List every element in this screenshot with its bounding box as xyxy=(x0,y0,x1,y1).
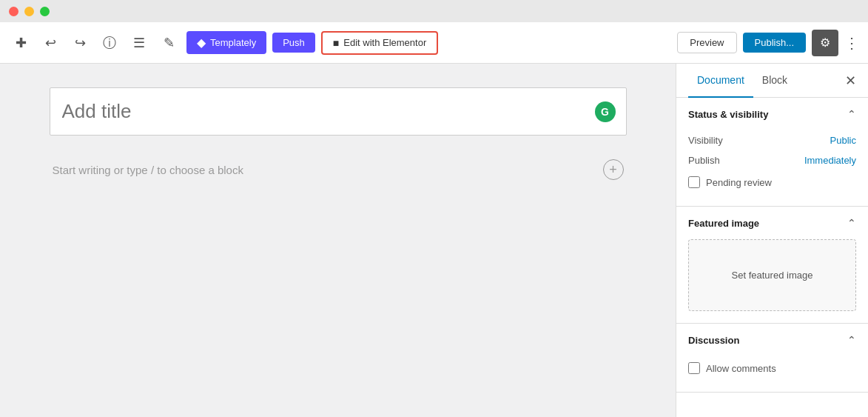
preview-button[interactable]: Preview xyxy=(677,32,736,53)
discussion-title: Discussion xyxy=(688,335,739,346)
content-area: Start writing or type / to choose a bloc… xyxy=(50,150,627,189)
list-view-button[interactable]: ☰ xyxy=(127,31,151,55)
tab-block[interactable]: Block xyxy=(753,64,796,98)
pen-button[interactable]: ✎ xyxy=(157,31,181,55)
chevron-up-icon-discussion: ⌃ xyxy=(847,334,856,346)
preview-label: Preview xyxy=(690,37,724,48)
templately-icon: ◆ xyxy=(197,36,206,50)
pen-icon: ✎ xyxy=(164,35,175,51)
plus-icon: ✚ xyxy=(16,35,27,51)
title-input[interactable] xyxy=(62,100,591,123)
push-button[interactable]: Push xyxy=(272,33,315,53)
chevron-up-icon-featured: ⌃ xyxy=(847,217,856,229)
pending-review-label: Pending review xyxy=(706,177,772,188)
publish-label: Publish... xyxy=(755,37,794,48)
status-visibility-header[interactable]: Status & visibility ⌃ xyxy=(676,98,868,130)
toolbar: ✚ ↩ ↪ ⓘ ☰ ✎ ◆ Templately Push ■ Edit wit… xyxy=(0,22,868,64)
grammarly-icon: G xyxy=(595,101,616,122)
featured-image-content: Set featured image xyxy=(676,239,868,323)
publish-row-label: Publish xyxy=(688,155,720,166)
more-icon: ⋮ xyxy=(844,35,859,51)
info-icon: ⓘ xyxy=(103,34,116,52)
add-block-button[interactable]: + xyxy=(603,159,624,180)
undo-icon: ↩ xyxy=(45,35,56,51)
edit-with-elementor-button[interactable]: ■ Edit with Elementor xyxy=(321,31,438,55)
pending-review-checkbox[interactable] xyxy=(688,176,700,188)
templately-button[interactable]: ◆ Templately xyxy=(186,31,266,54)
allow-comments-label: Allow comments xyxy=(706,363,776,374)
plus-circle-icon: + xyxy=(609,162,617,178)
publish-button[interactable]: Publish... xyxy=(743,33,806,53)
titlebar xyxy=(0,0,868,22)
elementor-icon: ■ xyxy=(333,37,339,49)
featured-image-section: Featured image ⌃ Set featured image xyxy=(676,207,868,324)
pending-review-row: Pending review xyxy=(688,170,856,194)
sidebar: Document Block ✕ Status & visibility ⌃ V… xyxy=(676,64,868,417)
tab-document[interactable]: Document xyxy=(688,64,753,98)
info-button[interactable]: ⓘ xyxy=(98,31,121,55)
status-visibility-title: Status & visibility xyxy=(688,109,768,120)
visibility-label: Visibility xyxy=(688,135,723,146)
add-block-toolbar-button[interactable]: ✚ xyxy=(9,31,33,55)
status-visibility-content: Visibility Public Publish Immediately Pe… xyxy=(676,130,868,206)
featured-image-header[interactable]: Featured image ⌃ xyxy=(676,207,868,239)
editor-area: G Start writing or type / to choose a bl… xyxy=(0,64,676,417)
publish-row-value[interactable]: Immediately xyxy=(804,155,856,166)
set-featured-image-label: Set featured image xyxy=(732,270,813,281)
undo-button[interactable]: ↩ xyxy=(38,31,62,55)
sidebar-tabs: Document Block ✕ xyxy=(676,64,868,98)
allow-comments-row: Allow comments xyxy=(688,356,856,380)
title-input-wrapper: G xyxy=(50,87,627,136)
chevron-up-icon: ⌃ xyxy=(847,108,856,120)
templately-label: Templately xyxy=(210,37,256,48)
redo-button[interactable]: ↪ xyxy=(68,31,92,55)
push-label: Push xyxy=(283,37,305,48)
discussion-content: Allow comments xyxy=(676,356,868,392)
set-featured-image-button[interactable]: Set featured image xyxy=(688,239,856,311)
publish-row: Publish Immediately xyxy=(688,150,856,170)
main-layout: G Start writing or type / to choose a bl… xyxy=(0,64,868,417)
close-dot[interactable] xyxy=(9,7,18,16)
maximize-dot[interactable] xyxy=(40,7,50,16)
more-options-button[interactable]: ⋮ xyxy=(844,34,859,52)
status-visibility-section: Status & visibility ⌃ Visibility Public … xyxy=(676,98,868,207)
list-icon: ☰ xyxy=(133,35,145,51)
settings-button[interactable]: ⚙ xyxy=(812,30,838,56)
redo-icon: ↪ xyxy=(75,35,86,51)
sidebar-close-button[interactable]: ✕ xyxy=(845,73,856,89)
featured-image-title: Featured image xyxy=(688,218,759,229)
discussion-header[interactable]: Discussion ⌃ xyxy=(676,324,868,356)
content-placeholder-text: Start writing or type / to choose a bloc… xyxy=(53,164,243,176)
gear-icon: ⚙ xyxy=(820,36,830,50)
elementor-label: Edit with Elementor xyxy=(343,37,426,48)
discussion-section: Discussion ⌃ Allow comments xyxy=(676,324,868,393)
visibility-value[interactable]: Public xyxy=(830,135,856,146)
minimize-dot[interactable] xyxy=(24,7,34,16)
visibility-row: Visibility Public xyxy=(688,130,856,150)
allow-comments-checkbox[interactable] xyxy=(688,362,700,374)
close-icon: ✕ xyxy=(845,73,856,88)
